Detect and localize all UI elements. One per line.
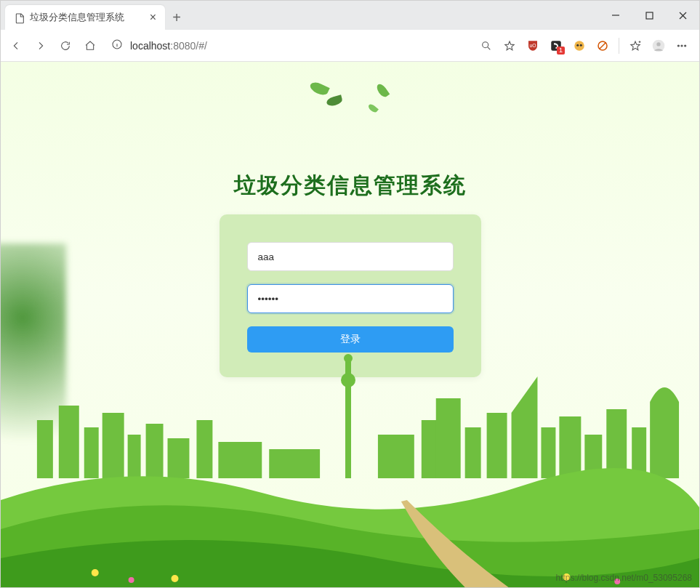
profile-avatar-icon[interactable] [648, 36, 669, 56]
svg-point-35 [344, 354, 353, 363]
svg-line-15 [600, 42, 606, 49]
url-path: /#/ [196, 40, 207, 52]
watermark-text: https://blog.csdn.net/m0_53095268 [556, 573, 692, 583]
leaf-decoration-icon [326, 94, 343, 107]
toolbar-separator [619, 38, 619, 54]
svg-point-22 [685, 44, 686, 46]
collections-icon[interactable] [625, 36, 645, 56]
svg-rect-1 [646, 12, 653, 19]
nav-home-button[interactable] [79, 35, 101, 57]
url-port: :8080 [170, 40, 196, 52]
extension-evernote-icon[interactable]: 1 [546, 36, 566, 56]
leaf-decoration-icon [375, 82, 390, 99]
window-maximize-button[interactable] [632, 1, 666, 30]
svg-point-12 [576, 44, 579, 46]
tab-close-icon[interactable]: × [150, 12, 156, 23]
page-title: 垃圾分类信息管理系统 [1, 171, 699, 201]
window-controls [599, 1, 699, 30]
url-text: localhost:8080/#/ [130, 40, 207, 52]
extension-evernote-badge: 1 [557, 47, 565, 55]
toolbar-right: uO 1 [476, 36, 692, 56]
nav-back-button[interactable] [5, 35, 27, 57]
nav-refresh-button[interactable] [55, 35, 76, 57]
extension-generic1-icon[interactable] [569, 36, 590, 56]
password-input[interactable] [247, 284, 454, 313]
more-menu-icon[interactable] [672, 36, 692, 56]
site-info-icon[interactable] [111, 39, 123, 53]
svg-point-47 [92, 569, 99, 576]
search-in-page-icon[interactable] [476, 36, 496, 56]
tab-title: 垃圾分类信息管理系统 [30, 12, 144, 24]
address-bar: localhost:8080/#/ uO 1 [1, 30, 699, 62]
extension-generic2-icon[interactable] [592, 36, 613, 56]
tab-active[interactable]: 垃圾分类信息管理系统 × [5, 5, 165, 30]
nav-forward-button[interactable] [30, 35, 52, 57]
titlebar: 垃圾分类信息管理系统 × + [1, 1, 699, 30]
url-host: localhost [130, 40, 170, 52]
svg-point-13 [580, 44, 582, 46]
page-viewport: 垃圾分类信息管理系统 登录 [1, 62, 699, 587]
svg-point-20 [677, 44, 679, 46]
browser-window: 垃圾分类信息管理系统 × + [0, 0, 700, 588]
svg-point-34 [341, 373, 355, 387]
page-favicon-icon [14, 12, 24, 23]
svg-point-11 [574, 41, 584, 51]
svg-point-7 [483, 41, 488, 47]
svg-point-50 [129, 577, 134, 583]
svg-point-21 [681, 44, 683, 46]
username-input[interactable] [247, 242, 454, 271]
svg-line-8 [488, 47, 491, 49]
leaf-decoration-icon [367, 102, 379, 113]
svg-point-19 [656, 42, 660, 46]
svg-text:uO: uO [529, 42, 536, 47]
url-field[interactable]: localhost:8080/#/ [104, 35, 473, 57]
new-tab-button[interactable]: + [165, 5, 188, 30]
window-close-button[interactable] [666, 1, 699, 30]
tab-strip: 垃圾分类信息管理系统 × + [1, 1, 599, 30]
leaf-decoration-icon [308, 80, 329, 97]
extension-ublock-icon[interactable]: uO [523, 36, 543, 56]
favorite-star-icon[interactable] [499, 36, 520, 56]
ground-decoration-icon [1, 449, 699, 587]
svg-point-48 [172, 575, 179, 582]
window-minimize-button[interactable] [599, 1, 632, 30]
